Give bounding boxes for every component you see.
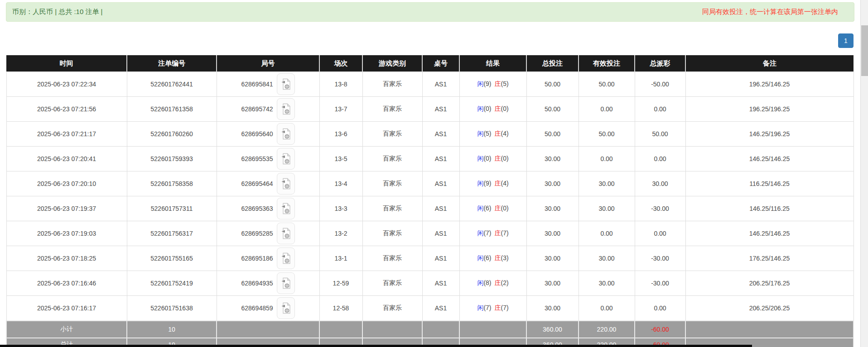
- cell-game-type: 百家乐: [362, 72, 422, 97]
- column-header-payout: 总派彩: [635, 55, 685, 72]
- cell-total-bet: 30.00: [526, 246, 579, 271]
- cell-session: 13-7: [319, 97, 362, 122]
- result-banker-score: (4): [501, 130, 509, 137]
- result-player-label: 闲: [477, 254, 483, 261]
- cell-bet-id: 522601759393: [127, 147, 217, 171]
- page-button-1[interactable]: 1: [838, 33, 854, 48]
- result-player-score: (7): [483, 229, 491, 237]
- result-banker-score: (0): [501, 105, 509, 112]
- cell-game-type: 百家乐: [362, 271, 422, 296]
- cell-game-type: 百家乐: [362, 296, 422, 321]
- result-player-label: 闲: [477, 155, 483, 162]
- cell-total-bet: 30.00: [526, 271, 579, 296]
- cell-bet-id: 522601760260: [127, 122, 217, 147]
- result-player-score: (8): [483, 279, 491, 286]
- result-banker-label: 庄: [495, 279, 501, 286]
- column-header-bet-id: 注单编号: [127, 55, 217, 72]
- cell-session: 13-5: [319, 147, 362, 171]
- film-page-glyph: [281, 78, 291, 90]
- table-row: 2025-06-23 07:16:17522601751638628694859…: [6, 296, 854, 321]
- cell-remark: 116.25/146.25: [685, 171, 854, 196]
- round-no-wrap: 628695363: [219, 198, 318, 219]
- scrollbar-thumb[interactable]: [861, 25, 868, 76]
- cell-session: 13-4: [319, 171, 362, 196]
- round-no: 628694935: [241, 280, 273, 287]
- video-record-icon[interactable]: [277, 223, 295, 244]
- cell-total-bet: 50.00: [526, 122, 579, 147]
- cell-remark: 176.25/146.25: [685, 246, 854, 271]
- cell-round-no: 628695285: [217, 221, 319, 246]
- cell-result: 闲(5)庄(4): [459, 122, 526, 147]
- cell-time: 2025-06-23 07:20:41: [6, 147, 127, 171]
- cell-total-bet: 30.00: [526, 221, 579, 246]
- cell-table-no: AS1: [422, 122, 459, 147]
- result-player-score: (0): [483, 105, 491, 112]
- cell-table-no: AS1: [422, 72, 459, 97]
- cell-empty: [422, 321, 459, 338]
- cell-round-no: 628695640: [217, 122, 319, 147]
- cell-payout: 0.00: [635, 221, 685, 246]
- round-no-wrap: 628694935: [219, 272, 318, 294]
- video-record-icon[interactable]: [277, 123, 295, 145]
- cell-table-no: AS1: [422, 271, 459, 296]
- column-header-remark: 备注: [685, 55, 854, 72]
- result-player-label: 闲: [477, 130, 483, 137]
- result-player-score: (9): [483, 180, 491, 187]
- film-page-glyph: [281, 302, 291, 314]
- result-player-label: 闲: [477, 279, 483, 286]
- video-record-icon[interactable]: [277, 247, 295, 269]
- film-page-glyph: [281, 252, 291, 264]
- film-page-glyph: [281, 228, 291, 239]
- subtotal-label: 小计: [6, 321, 127, 338]
- cell-result: 闲(0)庄(0): [459, 97, 526, 122]
- cell-remark: 146.25/146.25: [685, 147, 854, 171]
- scrollbar-track[interactable]: [860, 0, 868, 347]
- video-record-icon[interactable]: [277, 272, 295, 294]
- cell-payout: -30.00: [635, 196, 685, 221]
- column-header-game-type: 游戏类别: [362, 55, 422, 72]
- result-player-score: (5): [483, 130, 491, 137]
- video-record-icon[interactable]: [277, 98, 295, 120]
- cell-game-type: 百家乐: [362, 196, 422, 221]
- cell-empty: [217, 321, 319, 338]
- result-player-score: (7): [483, 304, 491, 311]
- round-no-wrap: 628695464: [219, 173, 318, 195]
- page: 币别：人民币 | 总共 :10 注单 | 同局有效投注，统一计算在该局第一张注单…: [0, 0, 868, 347]
- table-row: 2025-06-23 07:16:46522601752419628694935…: [6, 271, 854, 296]
- table-body: 2025-06-23 07:22:34522601762441628695841…: [6, 72, 854, 321]
- cell-remark: 146.25/116.25: [685, 196, 854, 221]
- video-record-icon[interactable]: [277, 297, 295, 319]
- cell-table-no: AS1: [422, 147, 459, 171]
- cell-time: 2025-06-23 07:19:37: [6, 196, 127, 221]
- video-record-icon[interactable]: [277, 198, 295, 219]
- result-banker-label: 庄: [495, 254, 501, 261]
- table-row: 2025-06-23 07:21:17522601760260628695640…: [6, 122, 854, 147]
- result-banker-score: (7): [501, 229, 509, 237]
- video-record-icon[interactable]: [277, 73, 295, 95]
- column-header-time: 时间: [6, 55, 127, 72]
- cell-valid-bet: 0.00: [579, 147, 635, 171]
- table-row: 2025-06-23 07:22:34522601762441628695841…: [6, 72, 854, 97]
- cell-game-type: 百家乐: [362, 246, 422, 271]
- video-record-icon[interactable]: [277, 148, 295, 170]
- cell-game-type: 百家乐: [362, 147, 422, 171]
- cell-bet-id: 522601762441: [127, 72, 217, 97]
- film-page-glyph: [281, 103, 291, 115]
- cell-time: 2025-06-23 07:21:17: [6, 122, 127, 147]
- cell-session: 13-6: [319, 122, 362, 147]
- cell-remark: 146.25/146.25: [685, 221, 854, 246]
- result-banker-score: (0): [501, 204, 509, 212]
- cell-round-no: 628695841: [217, 72, 319, 97]
- round-no: 628695535: [241, 155, 273, 162]
- video-record-icon[interactable]: [277, 173, 295, 195]
- cell-time: 2025-06-23 07:20:10: [6, 171, 127, 196]
- cell-result: 闲(9)庄(5): [459, 72, 526, 97]
- cell-empty: [459, 321, 526, 338]
- result-banker-score: (4): [501, 180, 509, 187]
- cell-valid-bet: 30.00: [579, 196, 635, 221]
- cell-payout: -30.00: [635, 246, 685, 271]
- cell-time: 2025-06-23 07:19:03: [6, 221, 127, 246]
- cell-result: 闲(0)庄(0): [459, 147, 526, 171]
- result-banker-score: (7): [501, 304, 509, 311]
- column-header-session: 场次: [319, 55, 362, 72]
